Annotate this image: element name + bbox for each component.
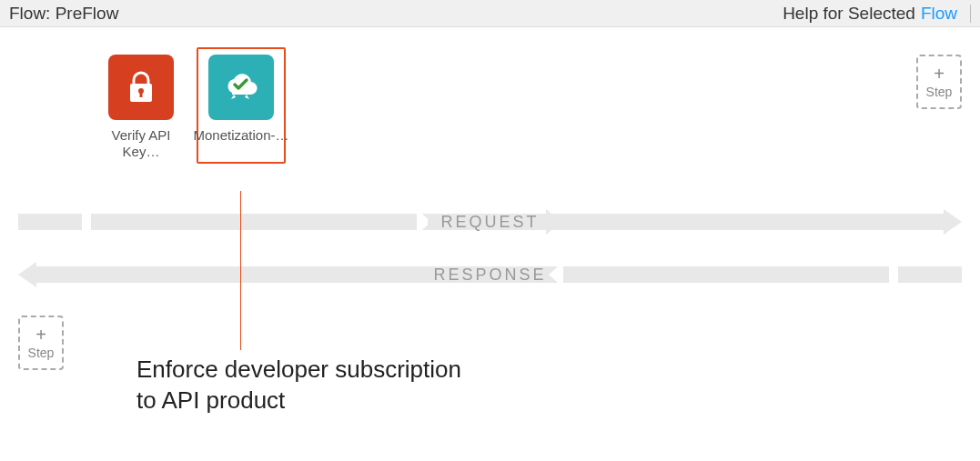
request-label: REQUEST (440, 213, 539, 232)
response-label: RESPONSE (433, 266, 546, 285)
flow-header: Flow: PreFlow Help for Selected Flow (0, 0, 980, 27)
lock-icon (108, 55, 174, 120)
svg-rect-2 (140, 92, 143, 97)
add-step-label: Step (926, 85, 953, 99)
add-step-label: Step (28, 346, 55, 360)
flow-title: Flow: PreFlow (9, 4, 118, 24)
arrow-right-icon (944, 209, 962, 235)
plus-icon: + (35, 326, 46, 344)
policy-label: Verify API Key… (100, 127, 182, 160)
request-flow-bar: REQUEST (18, 209, 962, 235)
cloud-check-icon (208, 55, 274, 120)
policy-row: Verify API Key… Monetization-… (100, 55, 282, 160)
add-step-button-request[interactable]: + Step (916, 55, 962, 109)
plus-icon: + (934, 65, 945, 83)
divider (970, 5, 971, 23)
policy-verify-api-key[interactable]: Verify API Key… (100, 55, 182, 160)
annotation-text: Enforce developer subscription to API pr… (136, 355, 461, 416)
policy-label: Monetization-… (193, 127, 288, 144)
arrow-left-icon (18, 262, 36, 287)
flow-link[interactable]: Flow (921, 4, 957, 24)
help-for-selected-label: Help for Selected (783, 4, 915, 24)
policy-monetization[interactable]: Monetization-… (197, 47, 286, 164)
annotation-connector (240, 191, 241, 350)
flow-canvas: Verify API Key… Monetization-… + Step R (0, 27, 980, 461)
response-flow-bar: RESPONSE (18, 262, 962, 287)
add-step-button-response[interactable]: + Step (18, 316, 64, 370)
